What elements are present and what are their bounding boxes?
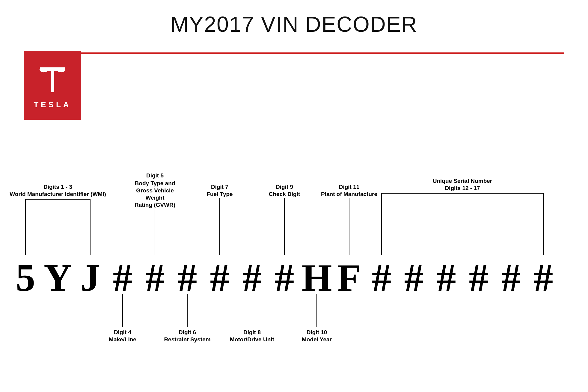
label-digit-6-title: Digit 6 <box>179 329 196 335</box>
vin-char-12: # <box>372 256 391 299</box>
label-digit-11-title: Digit 11 <box>339 184 360 190</box>
label-motor-drive: Motor/Drive Unit <box>230 336 274 343</box>
vin-char-15: # <box>469 256 489 299</box>
vin-char-3: J <box>81 256 100 299</box>
vin-char-5: # <box>145 256 165 299</box>
tesla-t-icon <box>34 62 70 98</box>
vin-char-10: H <box>301 256 332 299</box>
label-digits-12-17: Digits 12 - 17 <box>445 185 480 191</box>
label-digit-7-title: Digit 7 <box>211 184 228 190</box>
vin-diagram: 5 Y J # # # # # # H F # # # # # # Digits… <box>0 168 588 384</box>
vin-char-4: # <box>113 256 132 299</box>
label-model-year: Model Year <box>302 336 332 343</box>
tesla-wordmark: TESLA <box>34 100 71 109</box>
vin-char-17: # <box>534 256 553 299</box>
vin-char-16: # <box>501 256 521 299</box>
label-plant: Plant of Manufacture <box>321 191 377 197</box>
label-wmi: World Manufacturer Identifier (WMI) <box>10 191 106 197</box>
label-check-digit: Check Digit <box>269 191 300 197</box>
label-fuel-type: Fuel Type <box>206 191 233 197</box>
tesla-logo: TESLA <box>24 51 81 120</box>
label-digit-5-title: Digit 5 <box>146 172 164 179</box>
label-gross-vehicle: Gross Vehicle <box>136 187 174 194</box>
vin-char-9: # <box>275 256 294 299</box>
label-digit-4-title: Digit 4 <box>114 329 131 335</box>
vin-char-13: # <box>404 256 424 299</box>
label-body-type: Body Type and <box>135 180 175 186</box>
page-title: MY2017 VIN DECODER <box>0 0 588 46</box>
svg-rect-1 <box>51 69 54 89</box>
label-digit-10-title: Digit 10 <box>307 329 327 335</box>
vin-char-1: 5 <box>16 256 35 299</box>
vin-char-2: Y <box>44 256 72 299</box>
label-digit-9-title: Digit 9 <box>276 184 293 190</box>
red-accent-line <box>78 52 564 54</box>
vin-char-7: # <box>210 256 230 299</box>
vin-char-6: # <box>178 256 197 299</box>
label-digit-8-title: Digit 8 <box>243 329 261 335</box>
label-make-line: Make/Line <box>109 336 136 343</box>
label-digits-1-3: Digits 1 - 3 <box>43 184 72 190</box>
vin-char-14: # <box>437 256 456 299</box>
label-rating: Rating (GVWR) <box>135 202 175 208</box>
label-unique-serial: Unique Serial Number <box>433 178 492 184</box>
vin-char-8: # <box>242 256 262 299</box>
vin-char-11: F <box>337 256 361 299</box>
label-weight: Weight <box>146 195 165 201</box>
label-restraint: Restraint System <box>164 336 210 343</box>
